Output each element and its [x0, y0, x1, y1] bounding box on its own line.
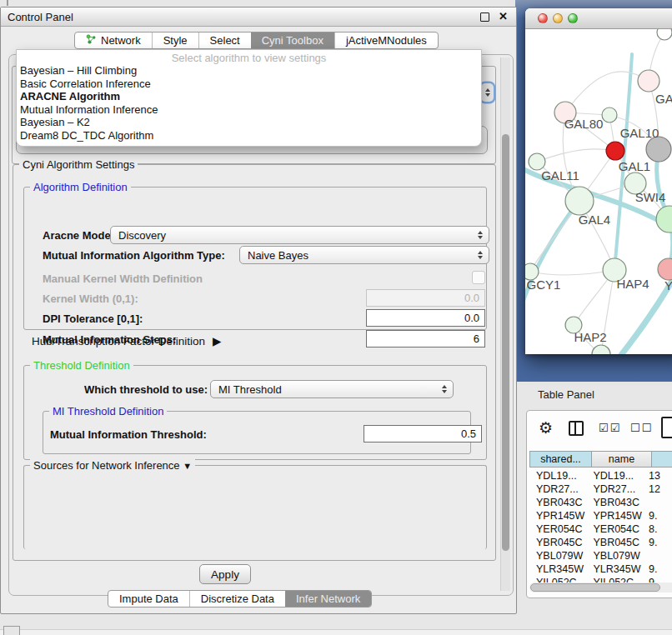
network-window-titlebar[interactable]	[525, 8, 672, 29]
network-node-gray-node[interactable]	[646, 137, 671, 162]
algorithm-option-bayesian-hill-climbing[interactable]: Bayesian – Hill Climbing	[17, 64, 481, 78]
tab-select[interactable]: Select	[198, 32, 251, 48]
tab-label: Select	[210, 34, 240, 47]
scrollbar-thumb[interactable]	[502, 134, 509, 551]
tab-infer-network[interactable]: Infer Network	[285, 591, 371, 607]
combo-stepper-icon	[478, 251, 483, 259]
new-table-icon[interactable]	[661, 417, 672, 438]
sources-disclosure[interactable]: Sources for Network Inference ▼	[30, 459, 195, 472]
table-row[interactable]: YDR27...YDR27...12	[530, 482, 672, 496]
algorithm-dropdown-popup: Select algorithm to view settings Bayesi…	[16, 49, 482, 147]
tab-cyni-toolbox[interactable]: Cyni Toolbox	[251, 32, 334, 48]
table-cell: YDR27...	[530, 482, 587, 496]
manual-kernel-label: Manual Kernel Width Definition	[43, 272, 203, 285]
table-row[interactable]: YER054CYER054C8.	[530, 522, 672, 536]
mi-threshold-field[interactable]: 0.5	[364, 425, 482, 442]
mi-type-label: Mutual Information Algorithm Type:	[43, 249, 225, 262]
table-cell: YPR145W	[587, 509, 643, 522]
algorithm-option-mutual-information-inference[interactable]: Mutual Information Inference	[17, 103, 481, 117]
apply-button[interactable]: Apply	[199, 564, 251, 584]
algorithm-option-basic-correlation-inference[interactable]: Basic Correlation Inference	[17, 78, 481, 91]
tab-label: Style	[163, 34, 188, 47]
table-row[interactable]: YBL079WYBL079W	[530, 549, 672, 562]
tab-label: Cyni Toolbox	[262, 34, 323, 47]
network-node-label: GCY1	[527, 278, 561, 292]
split-columns-icon[interactable]	[569, 421, 584, 436]
dpi-tolerance-field[interactable]: 0.0	[366, 309, 485, 327]
tab-jactivemnodules[interactable]: jActiveMNodules	[334, 32, 438, 48]
table-row[interactable]: YPR145WYPR145W9.	[530, 509, 672, 522]
which-threshold-label: Which threshold to use:	[84, 383, 208, 396]
network-node-label: GAL7	[655, 92, 672, 106]
table-cell: 12	[643, 482, 672, 496]
table-cell	[643, 549, 672, 562]
table-cell: YBL079W	[587, 549, 643, 562]
table-cell: YBR043C	[587, 496, 643, 509]
hub-tf-disclosure[interactable]: Hub/Transcription Factor Definition ▶	[32, 334, 221, 348]
column-header-a[interactable]: A	[651, 451, 672, 468]
collapse-arrow-icon: ▼	[183, 461, 192, 471]
tab-network[interactable]: Network	[75, 32, 152, 48]
mi-steps-field[interactable]: 6	[366, 330, 485, 348]
network-node-label: HAP4	[616, 277, 649, 291]
network-node-label: SWI4	[635, 190, 666, 204]
table-cell: YBR045C	[587, 536, 643, 549]
network-node-label: GAL1	[619, 159, 650, 173]
group-title: Algorithm Definition	[30, 181, 131, 193]
table-horizontal-scrollbar[interactable]	[529, 582, 672, 592]
tab-impute-data[interactable]: Impute Data	[108, 591, 189, 607]
algorithm-option-aracne-algorithm[interactable]: ARACNE Algorithm	[17, 90, 481, 103]
table-panel: ⚙ ☑☑ ☐☐ shared...nameA YDL19...YDL19...1…	[526, 410, 672, 598]
select-all-checkboxes-icon[interactable]: ☑☑	[599, 422, 621, 434]
table-row[interactable]: YBR043CYBR043C	[530, 496, 672, 509]
tab-label: jActiveMNodules	[346, 34, 427, 47]
network-node-GAL10[interactable]	[602, 108, 617, 122]
window-title: Control Panel	[8, 11, 73, 23]
column-header-name[interactable]: name	[591, 451, 652, 468]
algorithm-option-bayesian-k2[interactable]: Bayesian – K2	[17, 116, 481, 129]
network-node-GAL11[interactable]	[529, 153, 545, 170]
control-panel-titlebar[interactable]: Control Panel ✕	[1, 8, 516, 27]
which-threshold-combo[interactable]: MI Threshold	[210, 380, 454, 398]
mac-close-button[interactable]	[538, 13, 548, 23]
mi-algorithm-type-combo[interactable]: Naive Bayes	[239, 246, 489, 264]
network-node-GAL4[interactable]	[565, 187, 594, 215]
network-node-salmon-node[interactable]	[658, 258, 672, 280]
control-panel-window: Control Panel ✕ NetworkStyleSelectCyni T…	[0, 7, 517, 614]
network-node-top-partial[interactable]	[657, 29, 672, 40]
close-icon[interactable]: ✕	[499, 10, 508, 22]
mac-minimize-button[interactable]	[553, 13, 563, 23]
combo-value: Discovery	[118, 229, 166, 242]
tab-style[interactable]: Style	[152, 32, 198, 48]
tab-discretize-data[interactable]: Discretize Data	[189, 591, 285, 607]
deselect-all-checkboxes-icon[interactable]: ☐☐	[630, 422, 653, 434]
bottom-left-widget[interactable]	[3, 626, 20, 635]
expand-arrow-icon: ▶	[213, 334, 221, 348]
bottom-status-strip	[0, 629, 672, 635]
network-canvas[interactable]: GAL7GAL80GAL10GAL1GAL11SWI4GAL4GCY1HAP4Y…	[525, 29, 672, 354]
network-node-bottom-partial[interactable]	[592, 345, 610, 354]
float-window-icon[interactable]	[480, 12, 489, 22]
table-row[interactable]: YBR045CYBR045C9.	[530, 536, 672, 549]
table-cell: 9.	[643, 509, 672, 522]
aracne-mode-combo[interactable]: Discovery	[110, 226, 489, 244]
table-cell: YDR27...	[587, 482, 643, 496]
tab-label: Impute Data	[119, 592, 178, 605]
table-cell	[643, 496, 672, 509]
algorithm-option-dream8-dc-tdc-algorithm[interactable]: Dream8 DC_TDC Algorithm	[17, 129, 481, 142]
network-icon	[86, 34, 97, 47]
mac-zoom-button[interactable]	[568, 13, 578, 23]
sources-title: Sources for Network Inference	[33, 459, 180, 472]
table-row[interactable]: YLR345WYLR345W9.	[530, 562, 672, 576]
content-vertical-scrollbar[interactable]	[500, 58, 510, 591]
table-cell: YBR043C	[530, 496, 587, 509]
scrollbar-thumb[interactable]	[530, 583, 660, 592]
network-node-SWI4[interactable]	[656, 206, 672, 232]
combo-value: MI Threshold	[218, 383, 282, 396]
column-header-shared[interactable]: shared...	[529, 451, 592, 468]
gear-icon[interactable]: ⚙	[539, 420, 553, 436]
network-node-red-node[interactable]	[606, 142, 624, 160]
algorithm-definition-group: Algorithm Definition Aracne Mode: Discov…	[23, 187, 487, 330]
table-row[interactable]: YDL19...YDL19...13	[530, 469, 672, 482]
network-node-GAL7[interactable]	[638, 70, 659, 92]
